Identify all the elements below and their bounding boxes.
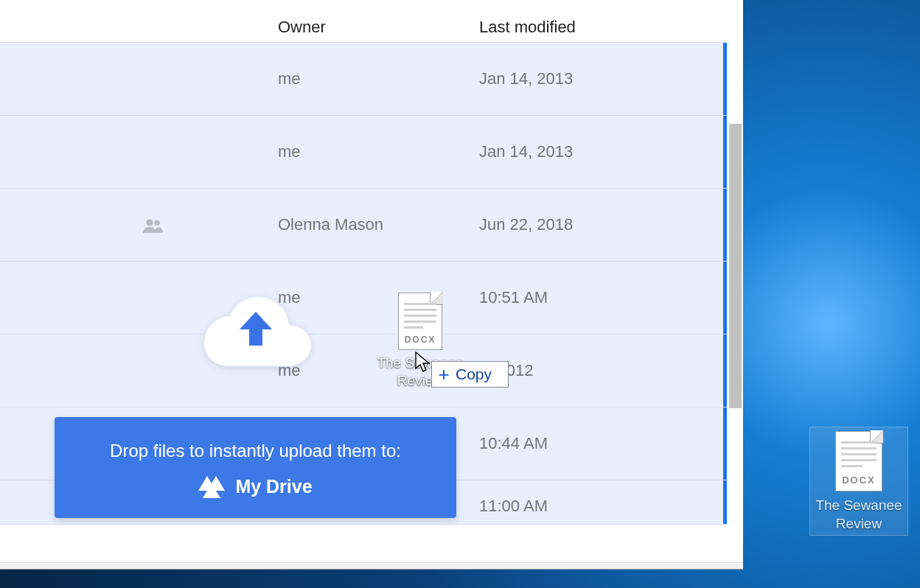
column-header-row: Owner Last modified <box>0 0 727 43</box>
drop-upload-banner: Drop files to instantly upload them to: … <box>55 417 456 518</box>
file-ext-label: DOCX <box>835 475 882 486</box>
column-header-last-modified[interactable]: Last modified <box>479 18 576 37</box>
table-row[interactable]: me Jan 14, 2013 <box>0 43 727 116</box>
modified-cell: 10:44 AM <box>479 434 548 453</box>
drop-banner-target-label: My Drive <box>235 476 312 497</box>
divider <box>0 562 743 563</box>
column-header-owner[interactable]: Owner <box>278 18 326 37</box>
owner-cell: me <box>278 142 301 161</box>
copy-label: Copy <box>456 365 492 383</box>
modified-cell: Jan 14, 2013 <box>479 142 573 161</box>
svg-point-1 <box>154 220 160 226</box>
drag-copy-badge: + Copy <box>431 361 509 388</box>
owner-cell: me <box>278 69 301 88</box>
modified-cell: Jan 14, 2013 <box>479 69 573 88</box>
vertical-scrollbar-track[interactable] <box>727 0 743 556</box>
table-row[interactable]: me Jan 14, 2013 <box>0 116 727 189</box>
modified-cell: Jun 22, 2018 <box>479 215 573 234</box>
drop-banner-text: Drop files to instantly upload them to: <box>55 441 456 461</box>
owner-cell: Olenna Mason <box>278 215 383 234</box>
docx-file-icon: DOCX <box>835 431 882 491</box>
browser-window: Owner Last modified me Jan 14, 2013 me J… <box>0 0 743 570</box>
table-row[interactable]: me 9, 2012 <box>0 335 727 407</box>
svg-point-0 <box>146 219 153 225</box>
mouse-cursor-icon <box>414 351 431 373</box>
shared-icon <box>142 218 164 236</box>
modified-cell: 10:51 AM <box>479 288 548 307</box>
cloud-upload-icon <box>201 291 311 366</box>
plus-icon: + <box>432 365 456 384</box>
drop-banner-target: My Drive <box>55 475 456 498</box>
desktop-file-icon[interactable]: DOCX The Sewanee Review <box>814 431 904 533</box>
table-row[interactable]: Olenna Mason Jun 22, 2018 <box>0 189 727 262</box>
modified-cell: 11:00 AM <box>479 497 548 516</box>
horizontal-scrollbar-track[interactable] <box>0 564 743 569</box>
vertical-scrollbar-thumb[interactable] <box>729 124 742 408</box>
google-drive-icon <box>198 475 225 498</box>
table-row[interactable]: me 10:51 AM <box>0 262 727 335</box>
